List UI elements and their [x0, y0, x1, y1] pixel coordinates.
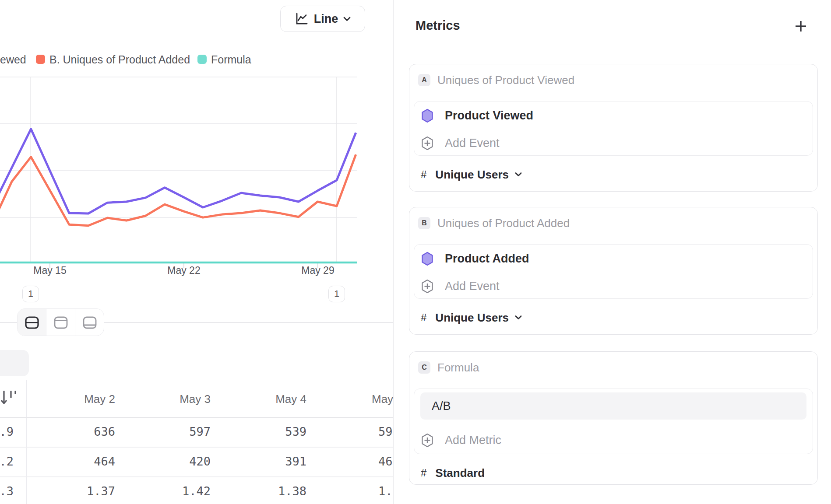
chevron-down-icon [515, 315, 522, 320]
insights-report-screen: Line ewed B. Uniques of Product Added Fo… [0, 0, 831, 504]
layout-toggle-group [17, 308, 104, 336]
number-type-icon: # [421, 467, 426, 479]
metric-badge: B [418, 217, 430, 229]
x-axis-label: May 15 [33, 265, 66, 276]
table-cell-cropped: 46 [378, 447, 393, 476]
chart-legend: ewed B. Uniques of Product Added Formula [0, 53, 393, 66]
table-cell: 1.42 [141, 476, 211, 504]
chevron-down-icon [343, 17, 351, 21]
row-leading-value-cropped: .2 [0, 447, 14, 476]
add-event-label: Add Event [445, 280, 500, 293]
chart-gridlines [0, 77, 357, 268]
table-cell: 1.38 [236, 476, 306, 504]
formula-card: A/B Add Metric [414, 388, 813, 454]
measurement-label: Standard [435, 466, 485, 480]
table-cell: 636 [45, 417, 115, 447]
add-event-row[interactable]: Add Event [421, 279, 813, 293]
table-cell: 391 [236, 447, 306, 476]
measurement-selector[interactable]: # Standard [421, 467, 813, 479]
add-metric-plus-button[interactable] [791, 17, 810, 36]
chevron-down-icon [515, 172, 522, 177]
split-view-button[interactable] [18, 309, 46, 336]
add-event-label: Add Event [445, 136, 500, 150]
legend-swatch-b [36, 55, 45, 64]
measurement-selector[interactable]: # Unique Users [421, 168, 813, 181]
panel-top-view-icon [53, 315, 69, 330]
hexagon-plus-icon [421, 433, 433, 448]
event-name: Product Added [445, 252, 529, 266]
table-cell: 539 [236, 417, 306, 447]
column-header-cropped[interactable]: May [372, 391, 393, 407]
metric-card-header: A Uniques of Product Viewed [418, 74, 809, 86]
measurement-label: Unique Users [435, 168, 509, 182]
event-row[interactable]: Product Viewed [421, 108, 813, 122]
table-cell-cropped: 1.2 [378, 476, 393, 504]
annotation-badge-1[interactable]: 1 [22, 286, 39, 302]
legend-item-a-cropped[interactable]: ewed [0, 53, 26, 66]
annotation-badge-2[interactable]: 1 [328, 286, 345, 302]
cropped-segment-pill[interactable] [0, 350, 29, 376]
event-row[interactable]: Product Added [421, 252, 813, 266]
series-line-b [0, 154, 356, 226]
row-leading-value-cropped: .9 [0, 417, 14, 447]
table-view-button[interactable] [75, 309, 104, 336]
table-cell-cropped: 59 [378, 417, 393, 447]
panel-bottom-view-icon [82, 315, 98, 330]
split-horizontal-view-icon [24, 315, 40, 330]
metric-badge: C [418, 361, 430, 374]
measurement-selector[interactable]: # Unique Users [421, 312, 813, 324]
line-chart-plot[interactable]: May 15May 22May 29 [0, 70, 393, 289]
event-list-card: Product Viewed Add Event [414, 101, 813, 156]
x-axis-label: May 29 [301, 265, 334, 276]
add-event-row[interactable]: Add Event [421, 136, 813, 150]
column-header[interactable]: May 4 [236, 391, 306, 407]
legend-item-b[interactable]: B. Uniques of Product Added [49, 53, 190, 66]
chart-type-dropdown[interactable]: Line [280, 6, 365, 32]
row-divider [0, 476, 393, 477]
plus-icon [795, 20, 807, 32]
metric-card-header: B Uniques of Product Added [418, 217, 809, 229]
row-divider [0, 447, 393, 448]
sort-descending-icon[interactable] [0, 388, 20, 407]
metric-card-a: A Uniques of Product Viewed Product View… [409, 64, 818, 192]
legend-swatch-formula [197, 55, 207, 64]
hexagon-plus-icon [421, 136, 433, 150]
breakdown-table: May 2May 3May 4May.963659753959.24644203… [0, 380, 393, 504]
chart-view-button[interactable] [46, 309, 75, 336]
event-list-card: Product Added Add Event [414, 244, 813, 299]
x-axis-label: May 22 [167, 265, 200, 276]
column-header[interactable]: May 3 [141, 391, 211, 407]
row-leading-value-cropped: .3 [0, 476, 14, 504]
metric-title: Formula [437, 361, 479, 374]
add-metric-row[interactable]: Add Metric [421, 433, 813, 447]
metric-card-header: C Formula [418, 361, 809, 374]
formula-value: A/B [432, 399, 451, 413]
number-type-icon: # [421, 168, 426, 181]
legend-item-formula[interactable]: Formula [211, 53, 251, 66]
metric-title: Uniques of Product Added [437, 217, 570, 230]
measurement-label: Unique Users [435, 311, 509, 325]
table-cell: 420 [141, 447, 211, 476]
hexagon-event-icon [421, 252, 433, 266]
metric-title: Uniques of Product Viewed [437, 74, 574, 87]
table-cell: 464 [45, 447, 115, 476]
table-cell: 597 [141, 417, 211, 447]
line-chart-icon [295, 12, 309, 26]
chart-type-label: Line [314, 12, 338, 26]
metrics-panel-title: Metrics [416, 18, 460, 33]
table-column-divider [26, 380, 27, 504]
series-line-a [0, 129, 356, 214]
event-name: Product Viewed [445, 109, 533, 122]
add-metric-label: Add Metric [445, 434, 501, 447]
hexagon-event-icon [421, 108, 433, 123]
metric-badge: A [418, 74, 430, 86]
metric-card-b: B Uniques of Product Added Product Added [409, 207, 818, 335]
metric-card-c: C Formula A/B Add Metric # Stan [409, 351, 818, 485]
number-type-icon: # [421, 312, 426, 324]
table-cell: 1.37 [45, 476, 115, 504]
hexagon-plus-icon [421, 279, 433, 294]
metrics-panel: Metrics A Uniques of Product Viewed Prod… [393, 0, 831, 504]
column-header[interactable]: May 2 [45, 391, 115, 407]
formula-input[interactable]: A/B [420, 392, 806, 420]
